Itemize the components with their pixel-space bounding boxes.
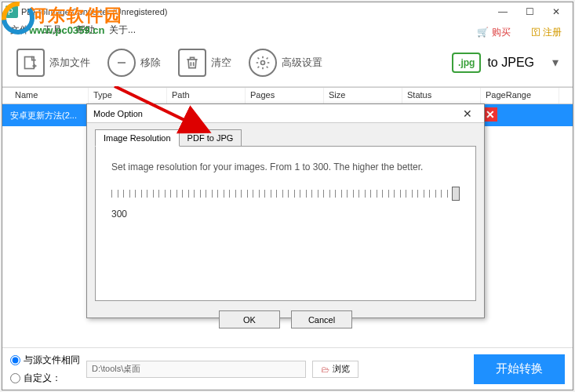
gear-icon (249, 49, 277, 77)
row-name: 安卓更新方法(2... (10, 110, 77, 122)
dialog-title: Mode Option (93, 109, 143, 118)
window-title: PDFtoImage Converter (Unregistered) (21, 7, 167, 16)
maximize-button[interactable]: ☐ (516, 3, 543, 20)
th-range[interactable]: PageRange (481, 88, 559, 103)
trash-icon (178, 49, 206, 77)
menu-file[interactable]: 文件 (10, 24, 29, 37)
th-path[interactable]: Path (167, 88, 246, 103)
register-link[interactable]: ⚿ 注册 (531, 26, 562, 39)
clear-button[interactable]: 清空 (172, 44, 238, 82)
toolbar: 添加文件 移除 清空 高级设置 .jpg to JPEG ▾ (2, 38, 573, 87)
mode-option-dialog: Mode Option ✕ Image Resolution PDF to JP… (86, 103, 485, 318)
table-header: Name Type Path Pages Size Status PageRan… (2, 87, 573, 104)
tab-image-resolution[interactable]: Image Resolution (95, 129, 180, 147)
th-status[interactable]: Status (402, 88, 481, 103)
format-dropdown-arrow[interactable]: ▾ (546, 55, 565, 70)
th-name[interactable]: Name (10, 88, 89, 103)
output-path-input[interactable] (86, 361, 306, 378)
svg-text:P: P (8, 8, 13, 16)
minimize-button[interactable]: — (489, 3, 516, 20)
svg-point-6 (261, 60, 265, 64)
slider-thumb-icon[interactable] (452, 187, 460, 201)
add-file-label: 添加文件 (49, 56, 90, 70)
remove-label: 移除 (140, 56, 161, 70)
minus-icon (107, 49, 136, 77)
tab-pane: Set image resolution for your images. Fr… (95, 146, 476, 301)
format-label: to JPEG (487, 56, 534, 70)
advanced-label: 高级设置 (282, 56, 322, 70)
cart-icon: 🛒 (477, 27, 489, 38)
ok-button[interactable]: OK (219, 310, 280, 328)
format-badge: .jpg (452, 53, 481, 73)
menu-about[interactable]: 关于... (109, 24, 136, 37)
tab-pdf-to-jpg[interactable]: PDF to JPG (179, 129, 242, 147)
menu-help[interactable]: 帮助 (76, 24, 95, 37)
radio-custom[interactable]: 自定义： (10, 372, 80, 385)
app-icon: P (5, 5, 18, 18)
titlebar: P PDFtoImage Converter (Unregistered) — … (2, 2, 573, 21)
th-pages[interactable]: Pages (246, 88, 324, 103)
bottom-bar: 与源文件相同 自定义： 🗁浏览 开始转换 (2, 347, 573, 390)
header-links: 🛒 购买 ⚿ 注册 (477, 26, 562, 39)
convert-button[interactable]: 开始转换 (474, 354, 565, 384)
dialog-tabs: Image Resolution PDF to JPG (95, 129, 476, 147)
dialog-close-button[interactable]: ✕ (457, 107, 478, 120)
browse-button[interactable]: 🗁浏览 (312, 361, 358, 378)
pdf-plus-icon (16, 49, 45, 77)
add-file-button[interactable]: 添加文件 (10, 44, 96, 82)
resolution-slider[interactable]: 300 (111, 187, 460, 220)
row-delete-button[interactable]: ✕ (483, 107, 497, 122)
format-selector[interactable]: .jpg to JPEG (445, 49, 541, 77)
key-icon: ⚿ (531, 27, 540, 38)
buy-link[interactable]: 🛒 购买 (477, 26, 510, 39)
clear-label: 清空 (211, 56, 231, 70)
th-type[interactable]: Type (89, 88, 167, 103)
radio-same-as-source[interactable]: 与源文件相同 (10, 354, 80, 367)
resolution-value: 300 (111, 209, 460, 220)
remove-button[interactable]: 移除 (101, 44, 167, 82)
folder-icon: 🗁 (321, 365, 329, 374)
menu-tools[interactable]: 工具 (43, 24, 62, 37)
close-button[interactable]: ✕ (543, 3, 570, 20)
th-size[interactable]: Size (324, 88, 402, 103)
cancel-button[interactable]: Cancel (291, 310, 352, 328)
resolution-description: Set image resolution for your images. Fr… (111, 161, 460, 174)
dialog-titlebar: Mode Option ✕ (87, 104, 484, 123)
advanced-button[interactable]: 高级设置 (242, 44, 329, 82)
